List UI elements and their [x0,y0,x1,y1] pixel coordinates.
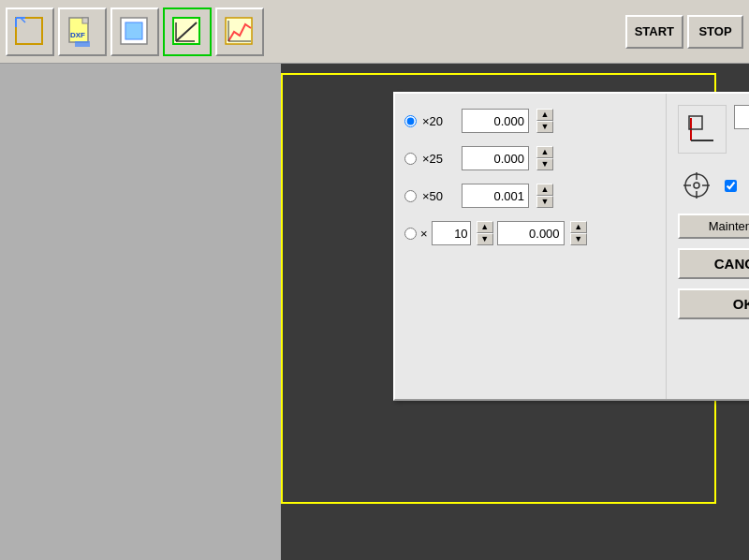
custom-mult-up[interactable]: ▲ [477,221,493,233]
x20-input[interactable] [462,109,529,133]
x20-spinner: ▲ ▼ [536,109,553,133]
stop-button[interactable]: STOP [687,15,743,49]
x20-down[interactable]: ▼ [536,121,553,133]
draw-button[interactable] [6,7,54,56]
svg-rect-5 [82,18,88,23]
dialog: ×20 ▲ ▼ ×25 ▲ ▼ [393,92,749,401]
custom-mult-spinner: ▲ ▼ [477,221,493,245]
crosshair-section [678,167,749,204]
mm-section: ▲ ▼ (mm) [734,105,749,142]
custom-mult-down[interactable]: ▼ [477,233,493,245]
x25-up[interactable]: ▲ [536,146,553,158]
custom-label: × [420,227,428,241]
x50-down[interactable]: ▼ [536,196,553,208]
measure-button[interactable] [163,7,212,56]
chart-icon [223,15,257,49]
ok-button[interactable]: OK [678,288,749,319]
custom-val-up[interactable]: ▲ [570,221,587,233]
x20-row: ×20 ▲ ▼ [404,109,656,133]
preview-section: ▲ ▼ (mm) [678,105,749,154]
main-area: ×20 ▲ ▼ ×25 ▲ ▼ [0,64,749,560]
custom-row: × ▲ ▼ ▲ ▼ [404,221,656,245]
chart-button[interactable] [215,7,264,56]
crosshair-icon [678,167,715,204]
start-button[interactable]: START [625,15,683,49]
x50-input[interactable] [462,184,529,208]
maintenance-button[interactable]: Maintenance [678,214,749,239]
dialog-right: ▲ ▼ (mm) [667,94,749,399]
measure-icon [170,15,204,49]
mm-unit-label: (mm) [734,131,749,142]
crosshair-svg [680,169,713,202]
corner-preview [678,105,727,154]
dxf-button[interactable]: DXF [58,7,107,56]
toolbar: DXF START STOP [0,0,749,64]
x25-label: ×25 [422,152,456,166]
svg-rect-0 [16,18,42,44]
dxf-icon: DXF [66,15,99,49]
view-button[interactable] [110,7,159,56]
x50-row: ×50 ▲ ▼ [404,184,656,208]
x25-down[interactable]: ▼ [536,158,553,170]
x25-row: ×25 ▲ ▼ [404,146,656,170]
left-panel [0,64,281,560]
custom-value-input[interactable] [497,221,565,245]
svg-point-20 [694,183,699,188]
x20-label: ×20 [422,114,456,128]
x50-label: ×50 [422,189,456,203]
x25-radio[interactable] [404,153,417,165]
crosshair-checkbox[interactable] [725,180,737,192]
x20-up[interactable]: ▲ [536,109,553,121]
draw-icon [13,15,47,49]
svg-rect-8 [125,22,142,39]
mm-value-row: ▲ ▼ [734,105,749,129]
custom-radio[interactable] [404,228,417,240]
svg-text:DXF: DXF [70,31,85,39]
x25-input[interactable] [462,146,529,170]
mm-input[interactable] [734,105,749,129]
cancel-button[interactable]: CANCEL [678,248,749,279]
x50-up[interactable]: ▲ [536,184,553,196]
x25-spinner: ▲ ▼ [536,146,553,170]
x50-radio[interactable] [404,190,417,202]
dialog-left: ×20 ▲ ▼ ×25 ▲ ▼ [395,94,667,399]
custom-multiplier-input[interactable] [432,221,471,245]
custom-val-spinner: ▲ ▼ [570,221,587,245]
x50-spinner: ▲ ▼ [536,184,553,208]
corner-icon [683,111,721,148]
view-icon [118,15,152,49]
right-panel: ×20 ▲ ▼ ×25 ▲ ▼ [281,64,749,560]
custom-val-down[interactable]: ▼ [570,233,587,245]
x20-radio[interactable] [404,115,417,127]
